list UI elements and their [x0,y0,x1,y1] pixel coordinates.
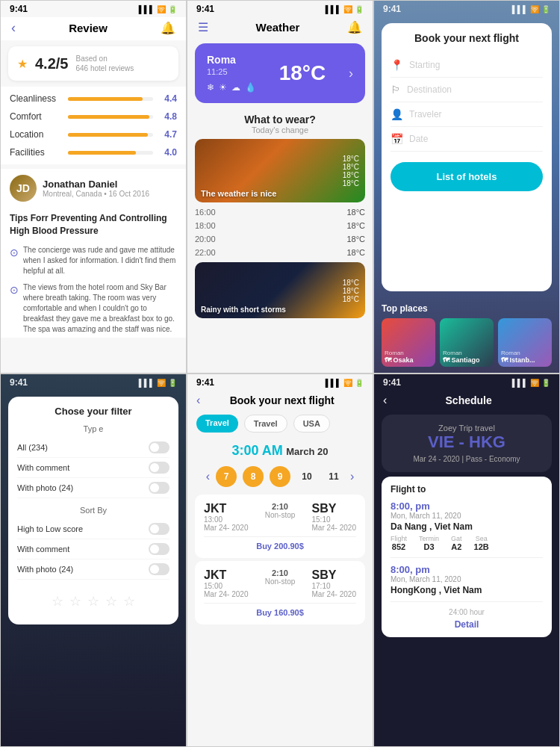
weather-bell-icon[interactable]: 🔔 [347,20,362,34]
weather-left: Roma 11:25 ❄ ☀ ☁ 💧 [207,54,256,93]
detail-time-1: 8:00, pm [391,500,543,512]
status-icons-2: ▌▌▌ 🛜 🔋 [326,5,364,13]
status-bar-2: 9:41 ▌▌▌ 🛜 🔋 [187,1,373,17]
toggle-sort-comment[interactable] [149,543,169,555]
detail-button[interactable]: Detail [391,616,543,630]
drop-icon: 💧 [245,82,256,93]
detail-day-1: Mon, March 11, 2020 [391,512,543,520]
traveler-input[interactable]: 👤 Traveler [391,102,543,127]
code-gate: Gat A2 [451,535,462,551]
date-10[interactable]: 10 [296,466,317,487]
hamburger-icon[interactable]: ☰ [198,20,208,34]
time-2: 9:41 [196,4,214,14]
type-section: Typ e All (234) With comment With photo … [17,424,169,498]
star-5[interactable]: ☆ [123,593,135,610]
place-card-istanbul[interactable]: Roman 🗺 Istanb... [498,318,552,367]
place-card-santiago[interactable]: Roman 🗺 Santiago [440,318,494,367]
list-hotels-button[interactable]: List of hotels [391,162,543,191]
metric-value: 4.4 [159,93,177,104]
flight-booking-panel: 9:41 ▌▌▌ 🛜 🔋 Book your next flight 📍 Sta… [373,0,560,374]
detail-header: ‹ Schedule [374,391,559,412]
detail-loc-2: HongKong , Viet Nam [391,585,543,595]
starting-input[interactable]: 📍 Starting [391,53,543,78]
filter-tabs: Travel Travel USA [187,412,373,437]
date-7[interactable]: 7 [216,466,237,487]
hour-time: 18:00 [195,221,222,230]
flight-codes-1: Flight 852 Termin D3 Gat A2 Sea 12B [391,535,543,551]
time-date: March 20 [286,446,328,457]
wifi-icon-2: 🛜 [343,5,352,13]
date-prev-icon[interactable]: ‹ [206,470,210,483]
weather-img-label-2: Rainy with short storms [201,306,286,314]
rating-count: 646 hotel reviews [75,63,134,73]
flight-to-card: Flight to 8:00, pm Mon, March 11, 2020 D… [382,477,552,637]
metric-bar-bg [68,97,153,101]
hour-time: 20:00 [195,235,222,244]
bell-icon[interactable]: 🔔 [161,21,175,35]
buy-btn-1[interactable]: Buy 200.90$ [204,536,356,551]
chevron-right-icon[interactable]: › [349,66,353,81]
date-input[interactable]: 📅 Date [391,127,543,152]
hour-indicator: 24:00 hour [391,608,543,616]
date-9[interactable]: 9 [270,466,290,487]
flight-detail-1: 8:00, pm Mon, March 11, 2020 Da Nang , V… [391,500,543,551]
comment-1: ⊙ The concierge was rude and gave me att… [1,242,186,279]
tab-travel-active[interactable]: Travel [196,415,238,433]
date-11[interactable]: 11 [323,466,344,487]
from-2: JKT 15:00 Mar 24- 2020 [204,568,248,598]
toggle-all[interactable] [149,441,169,453]
review-header: ‹ Review 🔔 [1,17,186,40]
status-bar-1: 9:41 ▌▌▌ 🛜 🔋 [1,1,186,17]
stars-rating[interactable]: ☆ ☆ ☆ ☆ ☆ [17,587,169,616]
star-3[interactable]: ☆ [87,593,99,610]
battery-icon-2: 🔋 [355,5,364,13]
place-card-osaka[interactable]: Roman 🗺 Osaka [382,318,435,367]
wifi-icon-5: 🛜 [343,379,352,387]
destination-input[interactable]: 🏳 Destination [391,78,543,102]
star-4[interactable]: ☆ [105,593,117,610]
to-time-2: 17:10 [312,582,356,590]
sort-photo-text: With photo (24) [17,565,73,574]
filter-overlay: 9:41 ▌▌▌ 🛜 🔋 Chose your filter Typ e All… [1,374,186,746]
reviewer-name: Jonathan Daniel [43,179,149,190]
date-8[interactable]: 8 [243,466,264,487]
sort-high-low: High to Low score [17,519,169,539]
star-2[interactable]: ☆ [69,593,81,610]
tab-travel[interactable]: Travel [244,415,287,433]
status-bar-6: 9:41 ▌▌▌ 🛜 🔋 [374,374,559,391]
to-time-1: 15:10 [312,515,356,524]
tab-usa[interactable]: USA [293,415,330,433]
status-icons-4: ▌▌▌ 🛜 🔋 [139,379,177,387]
weather-temp: 18°C [279,61,326,84]
battery-icon-5: 🔋 [355,379,364,387]
hour-temp: 18°C [346,208,365,217]
hourly-row: 18:00 18°C [195,219,365,232]
metric-value: 4.0 [159,147,177,158]
buy-btn-2[interactable]: Buy 160.90$ [204,603,356,617]
flight-card-2: JKT 15:00 Mar 24- 2020 2:10 Non-stop SBY… [195,561,365,624]
star-1[interactable]: ☆ [52,593,63,610]
from-date-2: Mar 24- 2020 [204,590,248,598]
battery-icon-3: 🔋 [541,5,550,13]
metric-label: Cleanliness [10,93,62,104]
wifi-icon-4: 🛜 [157,379,166,387]
metric-value: 4.8 [159,111,177,122]
toggle-high-low[interactable] [149,523,169,535]
hourly-list-top: 16:00 18°C 18:00 18°C 20:00 18°C 22:00 1… [187,205,373,259]
date-next-icon[interactable]: › [350,470,354,483]
from-time-2: 15:00 [204,582,248,590]
toggle-comment[interactable] [149,462,169,474]
status-icons-5: ▌▌▌ 🛜 🔋 [326,379,364,387]
metric-row: Comfort 4.8 [10,108,177,125]
toggle-sort-photo[interactable] [149,563,169,575]
filter-all-text: All (234) [17,443,48,452]
weather-icons-row: ❄ ☀ ☁ 💧 [207,82,256,93]
toggle-photo[interactable] [149,482,169,494]
time-4: 9:41 [10,377,28,388]
status-icons-6: ▌▌▌ 🛜 🔋 [512,379,550,387]
signal-icon: ▌▌▌ [139,5,155,13]
flight-overlay: 9:41 ▌▌▌ 🛜 🔋 Book your next flight 📍 Sta… [374,1,559,373]
filter-panel: 9:41 ▌▌▌ 🛜 🔋 Chose your filter Typ e All… [0,374,187,747]
weather-header: ☰ Weather 🔔 [187,17,373,39]
flight-card-1: JKT 13:00 Mar 24- 2020 2:10 Non-stop SBY… [195,495,365,558]
